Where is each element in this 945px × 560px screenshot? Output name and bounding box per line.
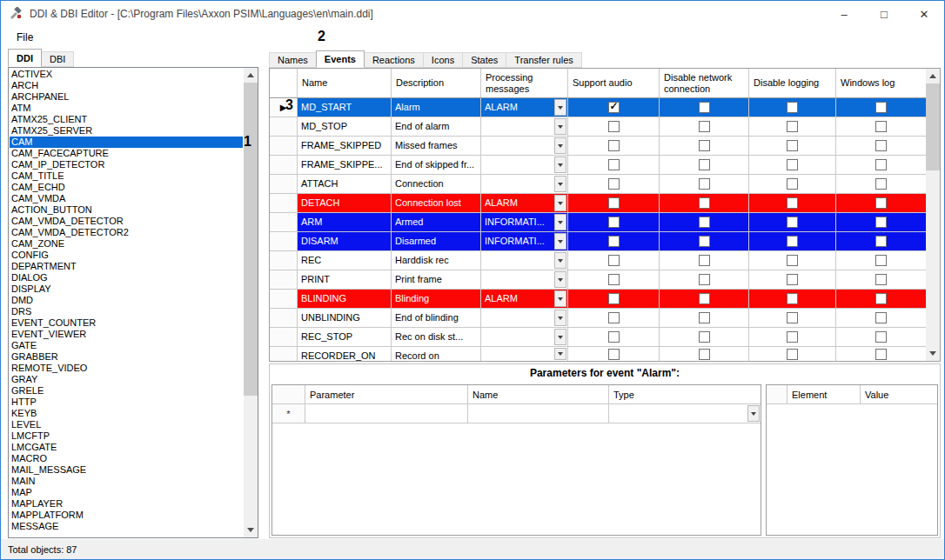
checkbox-support-audio[interactable] <box>608 293 620 304</box>
processing-messages-combobox[interactable] <box>481 309 568 327</box>
events-grid-scrollbar[interactable] <box>926 69 940 361</box>
list-item[interactable]: GRAY <box>10 374 243 385</box>
event-description-cell[interactable]: Record on <box>392 347 481 361</box>
event-name-cell[interactable]: RECORDER_ON <box>298 347 392 361</box>
list-item[interactable]: MAPPLATFORM <box>10 510 243 521</box>
checkbox-windows-log[interactable] <box>875 293 887 304</box>
list-item[interactable]: ATM <box>10 103 243 114</box>
scroll-up-icon[interactable] <box>244 68 258 83</box>
event-description-cell[interactable]: Disarmed <box>392 232 481 250</box>
checkbox-disable-network-connection[interactable] <box>699 140 710 151</box>
list-item[interactable]: CAM_FACECAPTURE <box>10 148 243 159</box>
checkbox-support-audio[interactable] <box>608 331 620 343</box>
event-name-cell[interactable]: PRINT <box>298 270 392 289</box>
checkbox-support-audio[interactable] <box>608 312 620 323</box>
list-item[interactable]: MAIN <box>10 476 243 487</box>
dropdown-arrow-icon[interactable] <box>554 137 566 154</box>
processing-messages-combobox[interactable] <box>481 251 568 270</box>
list-item[interactable]: ATMX25_CLIENT <box>10 114 243 125</box>
row-selector[interactable] <box>270 328 298 346</box>
event-name-cell[interactable]: ATTACH <box>298 175 392 193</box>
event-description-cell[interactable]: Missed frames <box>392 137 481 155</box>
dropdown-arrow-icon[interactable] <box>554 233 566 250</box>
tab-states[interactable]: States <box>462 52 506 68</box>
list-item[interactable]: GATE <box>10 340 243 351</box>
processing-messages-combobox[interactable]: ALARM <box>481 290 568 308</box>
checkbox-disable-logging[interactable] <box>787 349 798 360</box>
processing-messages-combobox[interactable] <box>481 137 568 155</box>
checkbox-windows-log[interactable] <box>875 159 887 170</box>
list-item[interactable]: MESSAGE <box>10 521 243 532</box>
dropdown-arrow-icon[interactable] <box>554 290 566 307</box>
list-item[interactable]: CAM_ECHD <box>10 182 243 193</box>
parameter-new-row[interactable]: * <box>272 404 761 423</box>
list-item[interactable]: EVENT_VIEWER <box>10 329 243 340</box>
checkbox-disable-network-connection[interactable] <box>699 236 710 247</box>
dropdown-arrow-icon[interactable] <box>554 348 566 360</box>
row-selector[interactable] <box>270 290 298 308</box>
dropdown-arrow-icon[interactable] <box>554 252 566 269</box>
checkbox-disable-network-connection[interactable] <box>699 331 710 343</box>
checkbox-windows-log[interactable] <box>875 197 887 209</box>
event-name-cell[interactable]: MD_STOP <box>298 117 392 136</box>
checkbox-disable-network-connection[interactable] <box>699 312 710 323</box>
event-name-cell[interactable]: ARM <box>298 213 392 231</box>
dropdown-arrow-icon[interactable] <box>554 195 566 211</box>
list-item[interactable]: GRELE <box>10 385 243 397</box>
event-description-cell[interactable]: Connection <box>392 175 481 193</box>
list-item[interactable]: MAIL_MESSAGE <box>10 464 243 476</box>
name-cell[interactable] <box>468 404 609 423</box>
dropdown-arrow-icon[interactable] <box>554 118 566 135</box>
checkbox-support-audio[interactable] <box>608 197 620 209</box>
row-selector[interactable] <box>270 251 298 270</box>
checkbox-disable-logging[interactable] <box>787 178 798 190</box>
event-description-cell[interactable]: Print frame <box>392 270 481 289</box>
checkbox-disable-network-connection[interactable] <box>699 121 710 132</box>
checkbox-disable-logging[interactable] <box>787 197 798 209</box>
list-item[interactable]: ACTIVEX <box>10 69 243 80</box>
event-name-cell[interactable]: MD_START <box>298 98 392 117</box>
checkbox-windows-log[interactable] <box>875 312 887 323</box>
checkbox-disable-network-connection[interactable] <box>699 102 710 113</box>
checkbox-support-audio[interactable] <box>608 349 620 360</box>
type-combobox[interactable] <box>609 404 761 423</box>
event-name-cell[interactable]: UNBLINDING <box>298 309 392 327</box>
table-row[interactable]: REC_STOPRec on disk st... <box>270 328 926 347</box>
parameter-cell[interactable] <box>305 404 468 423</box>
checkbox-windows-log[interactable] <box>875 236 887 247</box>
checkbox-support-audio[interactable] <box>608 140 620 151</box>
checkbox-disable-logging[interactable] <box>787 236 798 247</box>
list-item[interactable]: LMCFTP <box>10 430 243 442</box>
row-selector[interactable] <box>270 194 298 212</box>
processing-messages-combobox[interactable]: INFORMATI... <box>481 232 568 250</box>
tab-ddi[interactable]: DDI <box>8 49 42 67</box>
checkbox-support-audio[interactable] <box>608 255 620 266</box>
checkbox-windows-log[interactable] <box>875 331 887 343</box>
list-item[interactable]: REMOTE_VIDEO <box>10 363 243 374</box>
checkbox-support-audio[interactable] <box>608 217 620 228</box>
table-row[interactable]: RECORDER_ONRecord on <box>270 347 926 361</box>
processing-messages-combobox[interactable] <box>481 270 568 289</box>
checkbox-windows-log[interactable] <box>875 178 887 190</box>
checkbox-support-audio[interactable] <box>608 159 620 170</box>
list-item[interactable]: LEVEL <box>10 419 243 430</box>
list-item[interactable]: HTTP <box>10 397 243 408</box>
list-item[interactable]: DIALOG <box>10 272 243 283</box>
checkbox-support-audio[interactable] <box>608 236 620 247</box>
table-row[interactable]: DISARMDisarmedINFORMATI... <box>270 232 926 251</box>
list-item[interactable]: MAPLAYER <box>10 498 243 510</box>
checkbox-disable-logging[interactable] <box>787 255 798 266</box>
list-item[interactable]: MACRO <box>10 453 243 464</box>
list-item[interactable]: CAM_IP_DETECTOR <box>10 159 243 170</box>
tab-icons[interactable]: Icons <box>423 52 463 68</box>
list-item[interactable]: CONFIG <box>10 250 243 261</box>
table-row[interactable]: ATTACHConnection <box>270 175 926 194</box>
table-row[interactable]: PRINTPrint frame <box>270 270 926 290</box>
event-description-cell[interactable]: Rec on disk st... <box>392 328 481 346</box>
checkbox-disable-logging[interactable] <box>787 140 798 151</box>
processing-messages-combobox[interactable] <box>481 328 568 346</box>
list-item[interactable]: EVENT_COUNTER <box>10 317 243 329</box>
row-selector[interactable] <box>270 270 298 289</box>
row-selector[interactable] <box>270 156 298 174</box>
checkbox-disable-logging[interactable] <box>787 159 798 170</box>
